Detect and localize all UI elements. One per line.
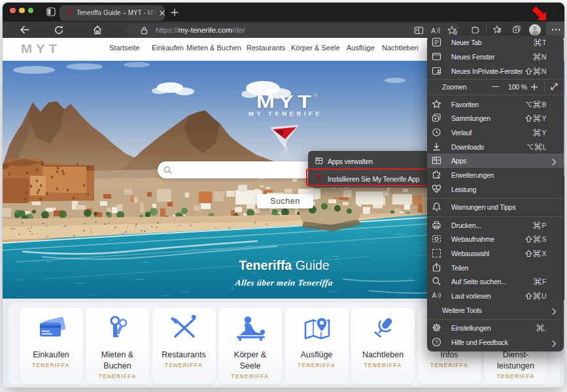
svg-text:A: A: [432, 291, 437, 299]
svg-text:A: A: [431, 27, 436, 35]
svg-text:?: ?: [435, 339, 438, 346]
